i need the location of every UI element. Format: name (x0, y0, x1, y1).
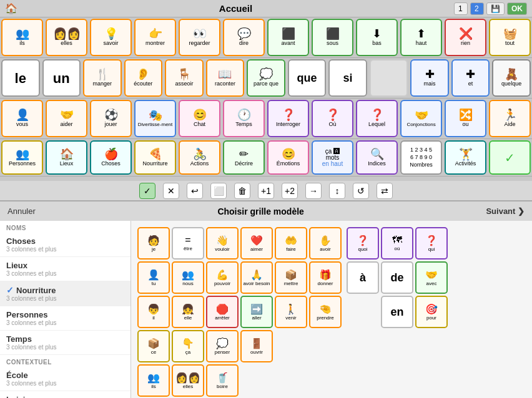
m-ou-q[interactable]: 🗺où (381, 227, 413, 260)
cell-montrer[interactable]: 👉montrer (134, 19, 176, 56)
cell-manger[interactable]: 🍴manger (83, 59, 122, 97)
m-avoir-besoin[interactable]: 🙏avoir besoin (240, 261, 273, 294)
cell-interroger[interactable]: ❓Interroger (267, 100, 309, 137)
cell-emotions[interactable]: 😊Émotions (267, 140, 309, 175)
m-etre[interactable]: =être (172, 227, 204, 260)
cell-check[interactable]: ✓ (489, 140, 531, 175)
m-je[interactable]: 🧑je (137, 227, 170, 260)
m-aller[interactable]: ➡️aller (240, 296, 273, 328)
cell-lieux[interactable]: 🏠Lieux (46, 140, 87, 175)
sidebar-item-nourriture[interactable]: ✓ Nourriture 3 colonnes et plus (0, 281, 131, 306)
m-pour[interactable]: 🎯pour (415, 296, 448, 328)
cell-savoir[interactable]: 💡savoir (90, 19, 132, 56)
cell-mais[interactable]: ✚mais (410, 59, 449, 97)
tool-delete[interactable]: 🗑 (234, 183, 250, 199)
cell-nourriture[interactable]: 🍕Nourriture (134, 140, 176, 175)
cell-conjonctions[interactable]: 🤝Conjonctions (400, 100, 442, 137)
m-nous[interactable]: 👥nous (172, 261, 204, 294)
m-avoir[interactable]: ✋avoir (309, 227, 342, 260)
cell-jouer[interactable]: ⚽jouer (90, 100, 132, 137)
cell-nombres[interactable]: 1 2 3 4 56 7 8 9 0Nombres (400, 140, 442, 175)
cell-ils[interactable]: 👥ils (1, 19, 43, 56)
m-donner[interactable]: 🎁donner (309, 261, 342, 294)
cell-un[interactable]: un (42, 59, 81, 97)
cell-decrire[interactable]: ✏Décrire (223, 140, 265, 175)
m-ils[interactable]: 👥ils (137, 364, 170, 397)
tool-check[interactable]: ✓ (139, 183, 155, 199)
cell-avant[interactable]: ⬛avant (267, 19, 309, 56)
cell-et[interactable]: ✚et (451, 59, 490, 97)
num2-button[interactable]: 2 (470, 2, 484, 15)
cell-asseoir[interactable]: 🪑asseoir (165, 59, 204, 97)
tool-sort[interactable]: ↕ (329, 183, 345, 199)
m-elle[interactable]: 👧elle (172, 296, 204, 328)
save-button[interactable]: 💾 (486, 2, 505, 15)
m-quoi[interactable]: ❓quoi (347, 227, 379, 260)
cell-choses[interactable]: 🍎Choses (90, 140, 132, 175)
cell-parce-que[interactable]: 💭parce que (247, 59, 285, 97)
tool-refresh[interactable]: ↺ (353, 183, 369, 199)
m-arreter[interactable]: 🛑arrêter (206, 296, 239, 328)
m-ce[interactable]: 📦ce (137, 330, 170, 362)
m-il[interactable]: 👦il (137, 296, 170, 328)
tool-plus1[interactable]: +1 (258, 183, 274, 199)
cell-ecouter[interactable]: 👂écouter (124, 59, 163, 97)
tool-arrow-right[interactable]: → (305, 183, 322, 199)
sidebar-item-lieux[interactable]: Lieux 3 colonnes et plus (0, 257, 131, 281)
cell-chat[interactable]: 😊Chat (179, 100, 220, 137)
cell-que[interactable]: que (288, 59, 327, 97)
tool-close[interactable]: ✕ (163, 183, 179, 199)
m-elles[interactable]: 👩‍👩elles (172, 364, 204, 397)
m-en[interactable]: en (381, 296, 413, 328)
m-qui[interactable]: ❓qui (415, 227, 448, 260)
suivant-button[interactable]: Suivant ❯ (486, 206, 525, 216)
m-faire[interactable]: 🤲faire (275, 227, 307, 260)
sidebar-item-loisir[interactable]: Loisir 3 colonnes et plus (0, 391, 131, 398)
m-pouvoir[interactable]: 💪pouvoir (206, 261, 239, 294)
home-icon[interactable]: 🏠 (5, 2, 17, 14)
cell-actions[interactable]: 🚴Actions (179, 140, 220, 175)
m-vouloir[interactable]: 👋vouloir (206, 227, 239, 260)
sidebar-item-personnes[interactable]: Personnes 3 colonnes et plus (0, 306, 131, 331)
cell-aide[interactable]: 🏃Aide (489, 100, 531, 137)
cell-bas[interactable]: ⬇bas (356, 19, 398, 56)
m-mettre[interactable]: 📦mettre (275, 261, 307, 294)
cell-personnes[interactable]: 👥Personnes (1, 140, 43, 175)
ok-button[interactable]: OK (507, 2, 527, 15)
cell-ou[interactable]: ❓Où (312, 100, 353, 137)
cell-petits-mots[interactable]: ça 🅰motsen haut (312, 140, 353, 175)
annuler-button[interactable]: Annuler (7, 206, 36, 216)
cell-tout[interactable]: 🧺tout (489, 19, 531, 56)
cell-ou2[interactable]: 🔀ou (445, 100, 486, 137)
tool-plus2[interactable]: +2 (282, 183, 298, 199)
m-venir[interactable]: 🚶venir (275, 296, 307, 328)
m-ouvrir[interactable]: 🚪ouvrir (240, 330, 273, 362)
sidebar-item-choses[interactable]: Choses 3 colonnes et plus (0, 233, 131, 257)
m-tu[interactable]: 👤tu (137, 261, 170, 294)
m-prendre[interactable]: 🤏prendre (309, 296, 342, 328)
tool-copy[interactable]: ⬜ (210, 183, 227, 199)
cell-le[interactable]: le (1, 59, 40, 97)
cell-elles[interactable]: 👩‍👩elles (46, 19, 87, 56)
cell-raconter[interactable]: 📖raconter (206, 59, 245, 97)
cell-quelque[interactable]: 🧸quelque (492, 59, 531, 97)
cell-temps[interactable]: 🕐Temps (223, 100, 265, 137)
tool-back[interactable]: ↩ (187, 183, 203, 199)
m-penser[interactable]: 💭penser (206, 330, 239, 362)
cell-divertissement[interactable]: 🎭Divertisse-ment (134, 100, 176, 137)
cell-sous[interactable]: ⬛sous (312, 19, 353, 56)
num1-button[interactable]: 1 (454, 2, 468, 15)
cell-dire[interactable]: 💬dire (223, 19, 265, 56)
sidebar-item-ecole[interactable]: École 3 colonnes et plus (0, 367, 131, 391)
cell-si[interactable]: si (328, 59, 367, 97)
cell-haut[interactable]: ⬆haut (400, 19, 442, 56)
m-aimer[interactable]: ❤️aimer (240, 227, 273, 260)
m-boire[interactable]: 🥤boire (206, 364, 239, 397)
cell-vous[interactable]: 👤vous (1, 100, 43, 137)
m-ca[interactable]: 👇ça (172, 330, 204, 362)
sidebar-item-temps[interactable]: Temps 3 colonnes et plus (0, 331, 131, 355)
cell-lequel[interactable]: ❓Lequel (356, 100, 398, 137)
cell-regarder[interactable]: 👀regarder (179, 19, 220, 56)
cell-indices[interactable]: 🔍Indices (356, 140, 398, 175)
tool-swap[interactable]: ⇄ (377, 183, 393, 199)
